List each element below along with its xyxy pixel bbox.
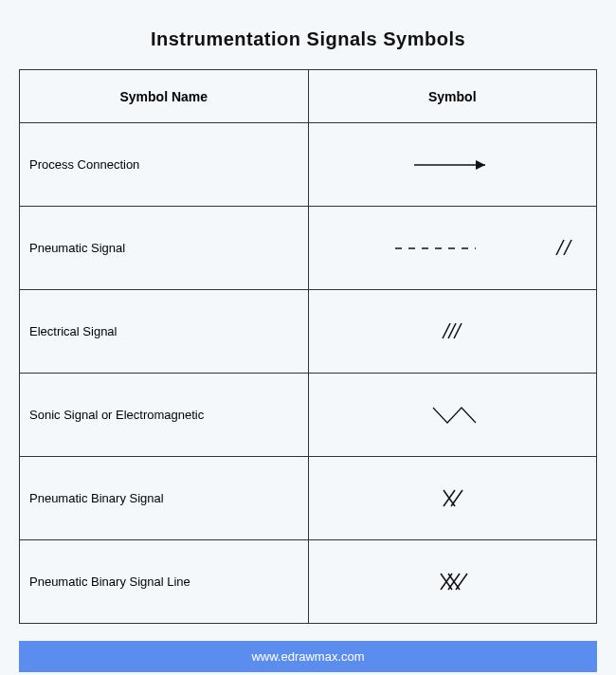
table-row: Electrical Signal [20,290,597,374]
pneumatic-binary-line-icon [310,568,594,596]
row-symbol [308,290,597,374]
row-symbol [308,540,597,624]
row-name: Electrical Signal [20,290,309,374]
table-row: Pneumatic Signal [20,207,597,290]
row-symbol [308,207,597,290]
svg-line-3 [556,240,564,255]
header-symbol-name: Symbol Name [20,70,309,123]
row-name: Pneumatic Binary Signal [20,457,309,540]
svg-line-4 [564,240,571,255]
row-name: Process Connection [20,123,309,207]
row-name: Pneumatic Binary Signal Line [20,540,309,624]
table-row: Pneumatic Binary Signal Line [20,540,597,624]
table-row: Process Connection [20,123,597,207]
svg-marker-1 [476,160,485,170]
symbols-table: Symbol Name Symbol Process Connection Pn… [19,69,597,624]
row-symbol [308,457,597,540]
row-name: Pneumatic Signal [20,207,309,290]
table-row: Pneumatic Binary Signal [20,457,597,540]
sonic-electromagnetic-icon [310,396,594,434]
footer-link[interactable]: www.edrawmax.com [19,641,597,672]
table-row: Sonic Signal or Electromagnetic [20,374,597,457]
pneumatic-signal-icon [310,234,594,263]
row-symbol [308,123,597,207]
header-symbol: Symbol [308,70,597,123]
row-name: Sonic Signal or Electromagnetic [20,374,309,457]
process-connection-icon [310,151,594,179]
pneumatic-binary-icon [310,484,594,513]
electrical-signal-icon [310,318,594,346]
row-symbol [308,374,597,457]
page-title: Instrumentation Signals Symbols [19,28,597,50]
